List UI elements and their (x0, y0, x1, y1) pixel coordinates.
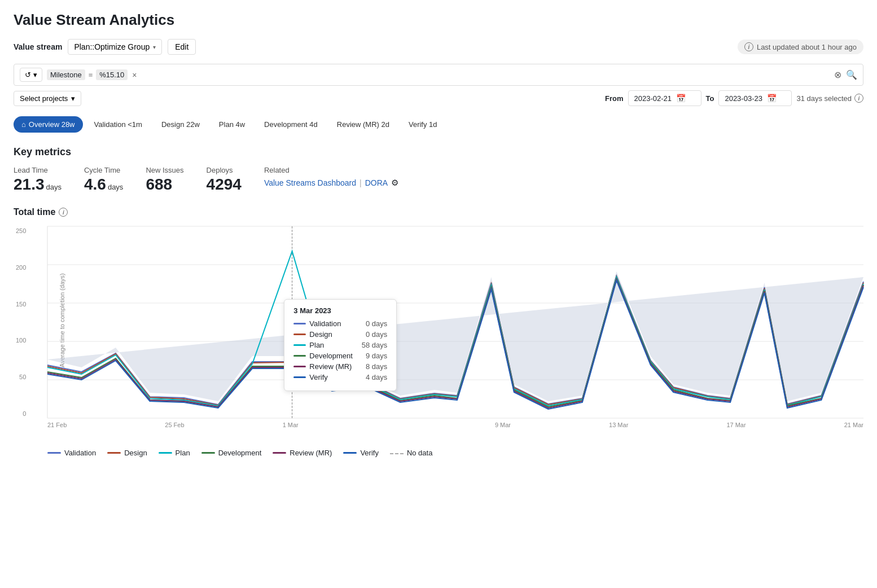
legend-label: Review (MR) (290, 449, 332, 457)
legend-item-design: Design (107, 449, 147, 457)
tooltip-row: Plan 58 days (293, 341, 387, 349)
metric-value: 688 (146, 175, 183, 194)
y-label-100: 100 (16, 337, 26, 344)
select-projects-label: Select projects (20, 94, 68, 103)
x-label-17mar: 17 Mar (726, 422, 746, 428)
legend-item-verify: Verify (343, 449, 379, 457)
tooltip-legend-value: 0 days (366, 319, 387, 328)
tooltip-legend-color (293, 376, 306, 378)
tooltip-legend-label: Development (309, 352, 353, 360)
x-label-25feb: 25 Feb (165, 422, 184, 428)
stage-button-validation[interactable]: Validation <1m (86, 116, 150, 133)
legend-item-validation: Validation (47, 449, 96, 457)
filter-eq-sign: = (89, 71, 93, 79)
legend-item-review--mr-: Review (MR) (273, 449, 332, 457)
page-title: Value Stream Analytics (14, 11, 863, 29)
stage-button-verify[interactable]: Verify 1d (401, 116, 445, 133)
legend-item-development: Development (201, 449, 262, 457)
filter-value: %15.10 (96, 69, 128, 80)
value-stream-dropdown-label: Plan::Optimize Group (74, 42, 150, 51)
metric-item-deploys: Deploys 4294 (207, 166, 242, 194)
metric-related: Related Value Streams Dashboard | DORA ⚙ (264, 166, 398, 194)
tooltip-legend-color (293, 366, 306, 367)
header-row: Value stream Plan::Optimize Group ▾ Edit… (14, 39, 863, 55)
tooltip-legend-value: 58 days (362, 341, 388, 349)
tooltip-legend-value: 9 days (366, 352, 387, 360)
legend-line (47, 452, 61, 454)
metric-value: 4294 (207, 175, 242, 194)
key-metrics-row: Lead Time 21.3daysCycle Time 4.6daysNew … (14, 166, 863, 194)
y-axis-labels: 250 200 150 100 50 0 (16, 226, 29, 418)
metric-label: Cycle Time (84, 166, 123, 174)
chart-container: Average time to completion (days) 250 20… (14, 226, 863, 441)
tooltip-legend-color (293, 355, 306, 357)
link-separator: | (359, 178, 362, 187)
total-time-header: Total time i (14, 207, 863, 217)
metric-value: 4.6days (84, 175, 123, 194)
legend-label: Plan (176, 449, 190, 457)
tooltip-legend-label: Plan (309, 341, 324, 349)
tooltip-row: Development 9 days (293, 352, 387, 360)
chevron-down-icon: ▾ (153, 44, 156, 50)
stage-label-overview: Overview 28w (29, 120, 75, 129)
y-label-0: 0 (23, 410, 26, 417)
history-button[interactable]: ↺ ▾ (20, 68, 42, 82)
stages-row: ⌂Overview 28wValidation <1mDesign 22wPla… (14, 116, 863, 133)
tooltip-legend-item: Development (293, 352, 353, 360)
to-label: To (706, 94, 714, 103)
stage-button-design[interactable]: Design 22w (154, 116, 208, 133)
to-date-input[interactable]: 2023-03-23 📅 (718, 90, 792, 106)
legend-item-plan: Plan (159, 449, 190, 457)
metric-label: Lead Time (14, 166, 62, 174)
date-row: Select projects ▾ From 2023-02-21 📅 To 2… (14, 90, 863, 106)
tooltip-legend-item: Plan (293, 341, 324, 349)
select-projects-chevron-icon: ▾ (71, 94, 75, 103)
metric-item-lead-time: Lead Time 21.3days (14, 166, 62, 194)
stage-button-plan[interactable]: Plan 4w (211, 116, 253, 133)
stage-button-development[interactable]: Development 4d (256, 116, 326, 133)
total-time-info-icon: i (59, 208, 68, 217)
stage-button-review[interactable]: Review (MR) 2d (329, 116, 397, 133)
to-date-value: 2023-03-23 (725, 94, 762, 103)
metric-value: 21.3days (14, 175, 62, 194)
y-label-150: 150 (16, 301, 26, 308)
tooltip-row: Validation 0 days (293, 319, 387, 328)
tooltip-row: Design 0 days (293, 330, 387, 339)
filter-clear-button[interactable]: ⊗ (834, 69, 841, 80)
tooltip-row: Verify 4 days (293, 373, 387, 381)
legend-line (107, 452, 121, 454)
filter-search-button[interactable]: 🔍 (846, 69, 857, 80)
svg-marker-8 (47, 271, 863, 401)
y-label-250: 250 (16, 227, 26, 234)
dora-link[interactable]: DORA (365, 178, 388, 187)
edit-button[interactable]: Edit (168, 39, 196, 55)
x-label-21mar: 21 Mar (844, 422, 863, 428)
metric-label: Deploys (207, 166, 242, 174)
from-label: From (605, 94, 624, 103)
legend-item-no-data: No data (390, 449, 433, 457)
stage-label-design: Design 22w (161, 120, 200, 129)
filter-remove-button[interactable]: × (132, 71, 137, 80)
y-label-50: 50 (19, 374, 26, 380)
from-date-input[interactable]: 2023-02-21 📅 (628, 90, 701, 106)
stage-label-development: Development 4d (264, 120, 318, 129)
tooltip-legend-item: Verify (293, 373, 328, 381)
x-label-9mar: 9 Mar (495, 422, 511, 428)
last-updated-text: Last updated about 1 hour ago (757, 43, 857, 51)
metric-item-new-issues: New Issues 688 (146, 166, 183, 194)
metric-item-cycle-time: Cycle Time 4.6days (84, 166, 123, 194)
related-links: Value Streams Dashboard | DORA ⚙ (264, 178, 398, 188)
tooltip-date: 3 Mar 2023 (293, 306, 387, 315)
legend-label: Validation (64, 449, 96, 457)
stage-button-overview[interactable]: ⌂Overview 28w (14, 116, 83, 133)
stage-label-validation: Validation <1m (94, 120, 142, 129)
value-stream-dropdown[interactable]: Plan::Optimize Group ▾ (68, 39, 162, 55)
metric-unit: days (108, 183, 123, 191)
stage-icon-overview: ⌂ (21, 120, 26, 129)
value-streams-dashboard-link[interactable]: Value Streams Dashboard (264, 178, 356, 187)
total-time-title: Total time (14, 207, 55, 217)
filter-row: ↺ ▾ Milestone = %15.10 × ⊗ 🔍 (14, 64, 863, 86)
tooltip-box: 3 Mar 2023 Validation 0 days Design 0 da… (284, 299, 397, 391)
y-label-200: 200 (16, 264, 26, 271)
select-projects-button[interactable]: Select projects ▾ (14, 91, 81, 106)
